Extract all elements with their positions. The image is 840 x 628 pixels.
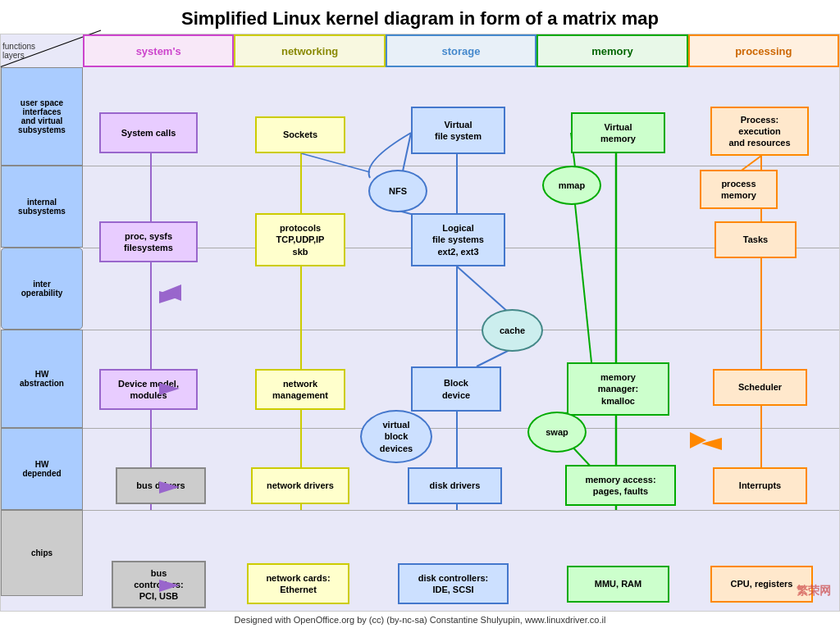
arrow-chips [159, 576, 188, 599]
watermark: 繁荣网 [797, 584, 831, 598]
svg-marker-25 [159, 580, 180, 592]
memory-manager-box: memory manager: kmalloc [567, 362, 669, 416]
corner-label: functions layers [1, 34, 83, 67]
scheduler-box: Scheduler [713, 369, 807, 406]
svg-marker-23 [159, 383, 180, 395]
footer: Designed with OpenOffice.org by (cc) (by… [0, 611, 840, 628]
memory-access-box: memory access: pages, faults [565, 465, 676, 506]
mmap-oval: mmap [542, 166, 601, 205]
col-header-systems: system's [83, 34, 234, 67]
diagram-title: Simplified Linux kernel diagram in form … [0, 0, 840, 34]
diagram-area: functions layers system's networking sto… [0, 34, 840, 624]
svg-marker-26 [701, 438, 722, 450]
network-cards-box: network cards: Ethernet [247, 563, 349, 604]
row-label-interop: inter operability [1, 248, 83, 330]
sockets-box: Sockets [255, 116, 345, 153]
row-label-user-space: user space interfaces and virtual subsys… [1, 67, 83, 166]
proc-sysfs-box: proc, sysfs filesystems [99, 221, 198, 262]
swap-oval: swap [527, 412, 587, 453]
interrupts-box: Interrupts [713, 467, 807, 504]
row-label-hw-abstraction: HW abstraction [1, 330, 83, 428]
logical-fs-box: Logical file systems ext2, ext3 [411, 213, 505, 266]
arrow-hw-abstraction [159, 379, 188, 403]
arrow-hw-depended [159, 477, 188, 501]
svg-line-13 [575, 204, 591, 362]
virtual-block-oval: virtual block devices [360, 410, 432, 463]
process-exec-box: Process: execution and resources [710, 107, 809, 156]
cache-oval: cache [482, 309, 543, 352]
main-container: Simplified Linux kernel diagram in form … [0, 0, 840, 628]
virtual-memory-box: Virtual memory [571, 112, 665, 153]
svg-line-9 [457, 266, 509, 313]
col-header-networking: networking [234, 34, 385, 67]
svg-marker-22 [159, 291, 180, 303]
network-drivers-box: network drivers [251, 467, 349, 504]
vfs-box: Virtual file system [411, 107, 505, 154]
system-calls-box: System calls [99, 112, 198, 153]
nfs-oval: NFS [368, 170, 427, 212]
row-label-internal: internal subsystems [1, 166, 83, 248]
arrow-orange-left [693, 434, 722, 457]
svg-marker-24 [159, 481, 180, 494]
svg-line-20 [301, 153, 370, 172]
protocols-box: protocols TCP,UDP,IP skb [255, 213, 345, 266]
process-memory-box: process memory [700, 170, 778, 209]
row-label-chips: chips [1, 510, 83, 596]
col-header-storage: storage [386, 34, 536, 67]
disk-controllers-box: disk controllers: IDE, SCSI [398, 563, 509, 604]
mmu-ram-box: MMU, RAM [567, 566, 669, 603]
row-label-hw-depended: HW depended [1, 428, 83, 510]
column-headers: system's networking storage memory proce… [83, 34, 839, 67]
svg-line-10 [477, 350, 509, 366]
disk-drivers-box: disk drivers [408, 467, 502, 504]
tasks-box: Tasks [714, 221, 797, 258]
col-header-processing: processing [688, 34, 839, 67]
col-header-memory: memory [536, 34, 687, 67]
network-mgmt-box: network management [255, 369, 345, 410]
block-device-box: Block device [411, 366, 501, 412]
